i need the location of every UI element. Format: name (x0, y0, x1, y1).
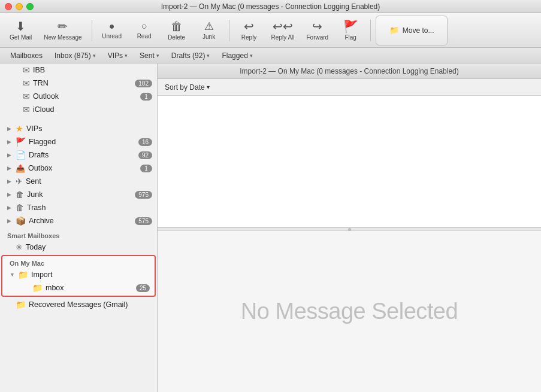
flag-label: Flag (344, 34, 356, 41)
sidebar-item-today[interactable]: ✳ Today (0, 241, 157, 254)
no-message-text: No Message Selected (241, 299, 458, 324)
archive-arrow: ▶ (7, 218, 14, 224)
sidebar-item-trash[interactable]: ▶ 🗑 Trash (0, 201, 157, 214)
unread-button[interactable]: ● Unread (97, 16, 127, 45)
drafts-button[interactable]: Drafts (92) ▾ (166, 50, 216, 62)
drafts-badge: 92 (138, 151, 152, 159)
today-icon: ✳ (16, 242, 23, 252)
traffic-lights[interactable]: ✕ − + (5, 3, 34, 10)
flagged-badge: 16 (138, 138, 152, 146)
import-arrow: ▼ (10, 272, 17, 278)
move-icon: 📁 (389, 26, 399, 35)
mbox-icon: 📁 (32, 283, 43, 293)
sidebar-item-drafts[interactable]: ▶ 📄 Drafts 92 (0, 148, 157, 162)
sidebar-item-ibb[interactable]: ✉ IBB (0, 63, 157, 77)
mbox-badge: 25 (136, 284, 150, 292)
inbox-button[interactable]: Inbox (875) ▾ (49, 50, 101, 62)
on-my-mac-section: On My Mac ▼ 📁 Import 📁 mbox 25 (1, 255, 156, 297)
mailbox-bar: Mailboxes Inbox (875) ▾ VIPs ▾ Sent ▾ Dr… (0, 48, 541, 63)
new-message-button[interactable]: ✏ New Message (39, 16, 86, 45)
unread-label: Unread (102, 33, 122, 39)
sidebar-item-icloud[interactable]: ✉ iCloud (0, 103, 157, 116)
sidebar-item-mbox[interactable]: 📁 mbox 25 (2, 281, 155, 294)
archive-icon: 📦 (16, 216, 26, 226)
forward-button[interactable]: ↪ Forward (302, 16, 334, 45)
delete-label: Delete (168, 34, 185, 41)
junk-label: Junk (203, 34, 215, 40)
read-icon: ○ (141, 22, 147, 31)
flagged-label: Flagged (222, 51, 247, 60)
read-button[interactable]: ○ Read (129, 16, 159, 45)
junk-arrow: ▶ (7, 192, 14, 197)
vips-star-icon: ★ (16, 124, 23, 133)
main-area: ✉ IBB ✉ TRN 102 ✉ Outlook 1 ✉ iCloud ▶ ★… (0, 63, 541, 392)
sidebar-item-trn[interactable]: ✉ TRN 102 (0, 77, 157, 90)
get-mail-button[interactable]: ⬇ Get Mail (5, 16, 37, 45)
flagged-arrow: ▶ (7, 139, 14, 145)
sidebar-item-outbox[interactable]: ▶ 📤 Outbox 1 (0, 162, 157, 175)
message-list (158, 96, 541, 227)
sent-chevron: ▾ (156, 53, 159, 59)
sidebar: ✉ IBB ✉ TRN 102 ✉ Outlook 1 ✉ iCloud ▶ ★… (0, 63, 158, 392)
sidebar-item-junk[interactable]: ▶ 🗑 Junk 975 (0, 188, 157, 201)
move-to-button[interactable]: 📁 Move to... (376, 16, 448, 45)
sent-s-arrow: ▶ (7, 178, 14, 184)
sort-chevron[interactable]: ▾ (207, 84, 210, 90)
sidebar-item-sent[interactable]: ▶ ✈ Sent (0, 175, 157, 188)
flagged-button[interactable]: Flagged ▾ (216, 50, 258, 62)
junk-badge: 975 (135, 191, 152, 199)
preview-area: No Message Selected (158, 231, 541, 392)
mailboxes-button[interactable]: Mailboxes (5, 50, 48, 62)
new-message-icon: ✏ (58, 20, 68, 32)
outbox-badge: 1 (140, 165, 152, 172)
unread-icon: ● (109, 22, 115, 31)
get-mail-label: Get Mail (10, 34, 32, 41)
trash-icon: 🗑 (16, 203, 24, 212)
junk-button[interactable]: ⚠ Junk (194, 16, 224, 45)
divider-2 (229, 20, 229, 41)
maximize-button[interactable]: + (26, 3, 34, 10)
vips-chevron: ▾ (125, 53, 128, 59)
trash-arrow: ▶ (7, 205, 14, 211)
flag-icon: 🚩 (343, 20, 358, 32)
recovered-icon: 📁 (16, 300, 26, 309)
close-button[interactable]: ✕ (5, 3, 12, 10)
toolbar: ⬇ Get Mail ✏ New Message ● Unread ○ Read… (0, 13, 541, 48)
outbox-icon: 📤 (16, 164, 25, 173)
inbox-label: Inbox (875) (55, 51, 91, 60)
new-message-label: New Message (44, 34, 81, 41)
sidebar-item-vips[interactable]: ▶ ★ VIPs (0, 122, 157, 135)
reply-all-label: Reply All (271, 34, 295, 41)
forward-label: Forward (307, 34, 329, 41)
flagged-icon: 🚩 (16, 137, 26, 147)
delete-button[interactable]: 🗑 Delete (162, 16, 192, 45)
vips-button[interactable]: VIPs ▾ (102, 50, 133, 62)
sidebar-item-outlook[interactable]: ✉ Outlook 1 (0, 90, 157, 103)
sent-label: Sent (140, 51, 155, 60)
flag-button[interactable]: 🚩 Flag (336, 16, 365, 45)
sent-icon: ✈ (16, 177, 23, 186)
move-label: Move to... (403, 26, 434, 35)
sidebar-item-import[interactable]: ▼ 📁 Import (2, 268, 155, 281)
sidebar-item-recovered[interactable]: 📁 Recovered Messages (Gmail) (0, 298, 157, 311)
drafts-label: Drafts (92) (171, 51, 205, 60)
outbox-arrow: ▶ (7, 165, 14, 171)
reply-button[interactable]: ↩ Reply (234, 16, 264, 45)
read-label: Read (137, 33, 152, 39)
sidebar-item-flagged[interactable]: ▶ 🚩 Flagged 16 (0, 135, 157, 148)
inbox-chevron: ▾ (93, 53, 96, 59)
sort-bar[interactable]: Sort by Date ▾ (158, 79, 541, 96)
sort-label[interactable]: Sort by Date (165, 83, 205, 92)
drafts-chevron: ▾ (207, 53, 210, 59)
ibb-icon: ✉ (23, 65, 30, 75)
mailboxes-label: Mailboxes (10, 51, 43, 60)
content-area: Import-2 — On My Mac (0 messages - Conne… (158, 63, 541, 392)
drafts-icon: 📄 (16, 150, 26, 160)
archive-badge: 575 (135, 217, 152, 225)
minimize-button[interactable]: − (16, 3, 23, 10)
sidebar-item-archive[interactable]: ▶ 📦 Archive 575 (0, 214, 157, 227)
sent-button[interactable]: Sent ▾ (134, 50, 165, 62)
reply-label: Reply (241, 34, 257, 41)
reply-all-button[interactable]: ↩↩ Reply All (267, 16, 300, 45)
junk-icon: ⚠ (204, 21, 214, 32)
